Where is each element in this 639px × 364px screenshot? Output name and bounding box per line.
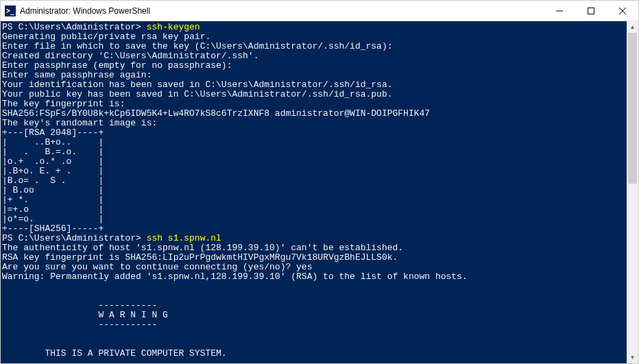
output-line: ----------- [2, 320, 627, 330]
titlebar[interactable]: >_ Administrator: Windows PowerShell [1, 1, 638, 21]
close-icon [619, 8, 626, 14]
output-line: +----[SHA256]-----+ [2, 224, 627, 234]
output-line: Your identification has been saved in C:… [2, 80, 627, 90]
output-line: |=+.o | [2, 205, 627, 215]
output-line: Warning: Permanently added 's1.spnw.nl,1… [2, 272, 627, 282]
minimize-button[interactable] [544, 1, 575, 21]
close-button[interactable] [607, 1, 638, 21]
output-line: Generating public/private rsa key pair. [2, 32, 627, 42]
minimize-icon [556, 8, 563, 14]
output-line: |.B+o. E. + . | [2, 167, 627, 176]
output-line: The key fingerprint is: [2, 99, 627, 109]
window-title: Administrator: Windows PowerShell [20, 6, 544, 16]
scroll-track[interactable] [627, 33, 638, 352]
ps-prompt: PS C:\Users\Administrator> [2, 233, 147, 243]
powershell-icon: >_ [5, 5, 16, 16]
maximize-button[interactable] [575, 1, 607, 21]
output-line [2, 339, 627, 349]
output-line: SHA256:FSpFs/BY0U8k+kCp6IDW5K4+Lw4RO7kS8… [2, 109, 627, 119]
scroll-thumb[interactable] [628, 33, 637, 184]
output-line [2, 282, 627, 291]
output-line: Enter file in which to save the key (C:\… [2, 42, 627, 51]
output-line: Enter same passphrase again: [2, 71, 627, 80]
command-text: ssh-keygen [147, 22, 200, 32]
window-controls [544, 1, 638, 21]
output-line: |+ *. | [2, 195, 627, 205]
output-line: Enter passphrase (empty for no passphras… [2, 61, 627, 71]
svg-rect-1 [588, 8, 594, 14]
output-line: RSA key fingerprint is SHA256:LIp2uPrPgd… [2, 253, 627, 263]
ps-prompt: PS C:\Users\Administrator> [2, 22, 147, 32]
powershell-window: >_ Administrator: Windows PowerShell PS … [0, 0, 639, 364]
output-line: |o.+ .o.* .o | [2, 157, 627, 167]
maximize-icon [588, 8, 594, 14]
scroll-down-arrow[interactable]: ▼ [627, 352, 638, 363]
terminal-area: PS C:\Users\Administrator> ssh-keygenGen… [1, 21, 638, 363]
output-line: Are you sure you want to continue connec… [2, 263, 627, 272]
terminal-output[interactable]: PS C:\Users\Administrator> ssh-keygenGen… [1, 21, 627, 363]
output-line: THIS IS A PRIVATE COMPUTER SYSTEM. [2, 349, 627, 359]
output-line: | ..B+o.. | [2, 138, 627, 147]
output-line: ----------- [2, 301, 627, 311]
output-line: The key's randomart image is: [2, 119, 627, 128]
output-line: | B.oo | [2, 186, 627, 195]
vertical-scrollbar[interactable]: ▲ ▼ [627, 21, 638, 363]
output-line: |o*=o. | [2, 215, 627, 224]
output-line: Created directory 'C:\Users\Administrato… [2, 51, 627, 61]
output-line: W A R N I N G [2, 311, 627, 320]
command-text: ssh s1.spnw.nl [147, 233, 221, 243]
output-line: Your public key has been saved in C:\Use… [2, 90, 627, 99]
output-line: |B.o= . S . | [2, 176, 627, 186]
output-line [2, 330, 627, 339]
output-line: | . B.=.o. | [2, 147, 627, 157]
output-line [2, 291, 627, 301]
scroll-up-arrow[interactable]: ▲ [627, 21, 638, 33]
output-line: The authenticity of host 's1.spnw.nl (12… [2, 243, 627, 253]
powershell-icon-glyph: >_ [6, 7, 14, 14]
output-line: +---[RSA 2048]----+ [2, 128, 627, 138]
